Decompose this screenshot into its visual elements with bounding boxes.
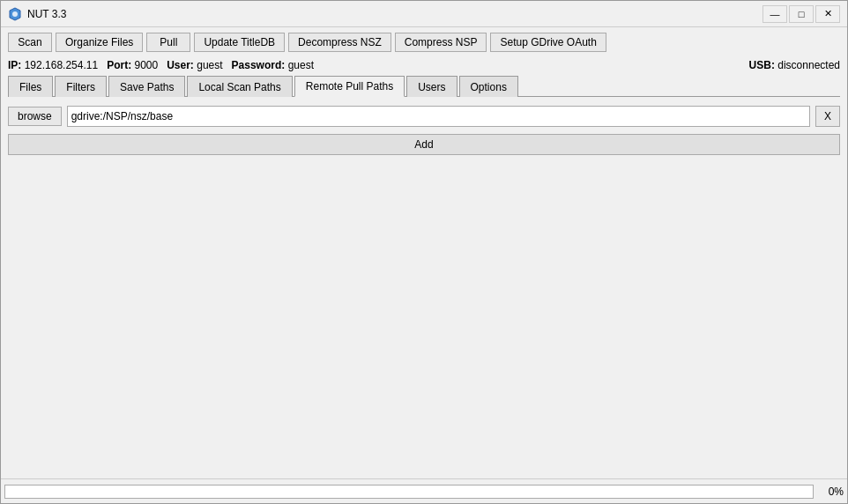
tab-users[interactable]: Users [406, 76, 457, 97]
ip-value: 192.168.254.11 [25, 59, 98, 71]
user-label: User: [167, 59, 194, 71]
organize-files-button[interactable]: Organize Files [56, 33, 143, 52]
progress-bar-container [4, 485, 814, 499]
content-area: browse X Add [1, 97, 847, 478]
status-left: IP: 192.168.254.11 Port: 9000 User: gues… [8, 59, 314, 71]
status-right: USB: disconnected [749, 59, 840, 71]
password-value: guest [288, 59, 314, 71]
port-label: Port: [107, 59, 131, 71]
tab-files[interactable]: Files [8, 76, 53, 97]
title-bar: NUT 3.3 — □ ✕ [1, 1, 847, 27]
window-title: NUT 3.3 [27, 8, 66, 20]
tab-content-remote-pull-paths: browse X Add [1, 97, 847, 478]
scan-button[interactable]: Scan [8, 33, 52, 52]
password-label: Password: [232, 59, 286, 71]
tab-filters[interactable]: Filters [55, 76, 107, 97]
add-path-button[interactable]: Add [8, 134, 840, 155]
svg-point-1 [12, 11, 18, 17]
bottom-bar: 0% [1, 478, 847, 503]
usb-label: USB: [749, 59, 775, 71]
ip-label: IP: [8, 59, 21, 71]
tab-local-scan-paths[interactable]: Local Scan Paths [187, 76, 292, 97]
compress-nsp-button[interactable]: Compress NSP [395, 33, 487, 52]
minimize-button[interactable]: — [762, 5, 787, 23]
remove-path-button[interactable]: X [815, 106, 840, 127]
port-value: 9000 [134, 59, 158, 71]
update-titledb-button[interactable]: Update TitleDB [194, 33, 285, 52]
toolbar: Scan Organize Files Pull Update TitleDB … [1, 27, 847, 57]
decompress-nsz-button[interactable]: Decompress NSZ [288, 33, 391, 52]
main-window: NUT 3.3 — □ ✕ Scan Organize Files Pull U… [0, 0, 848, 504]
progress-label: 0% [817, 485, 844, 498]
tabs-container: Files Filters Save Paths Local Scan Path… [1, 75, 847, 97]
title-bar-controls: — □ ✕ [762, 5, 840, 23]
setup-gdrive-oauth-button[interactable]: Setup GDrive OAuth [490, 33, 606, 52]
tab-options[interactable]: Options [459, 76, 518, 97]
maximize-button[interactable]: □ [789, 5, 814, 23]
path-row: browse X [8, 106, 840, 127]
usb-value: disconnected [777, 59, 840, 71]
browse-button[interactable]: browse [8, 107, 62, 126]
tab-save-paths[interactable]: Save Paths [108, 76, 185, 97]
status-bar-top: IP: 192.168.254.11 Port: 9000 User: gues… [1, 57, 847, 75]
tabs: Files Filters Save Paths Local Scan Path… [8, 75, 840, 97]
pull-button[interactable]: Pull [146, 33, 190, 52]
nut-icon [8, 7, 22, 21]
close-button[interactable]: ✕ [815, 5, 840, 23]
path-input[interactable] [67, 106, 810, 127]
tab-remote-pull-paths[interactable]: Remote Pull Paths [294, 76, 405, 97]
user-value: guest [197, 59, 222, 71]
title-bar-left: NUT 3.3 [8, 7, 66, 21]
